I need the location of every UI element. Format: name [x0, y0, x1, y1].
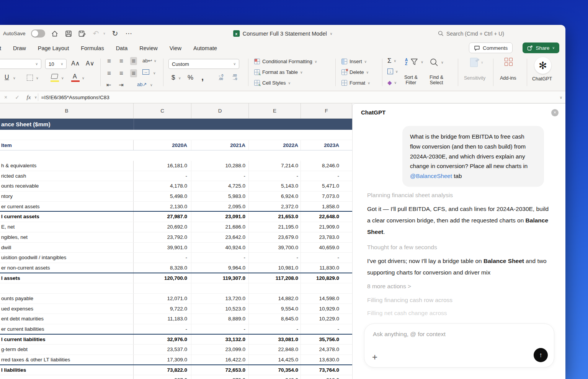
value-cell[interactable]: 119,307.0 [191, 273, 249, 283]
value-cell[interactable]: 6,924.0 [249, 191, 301, 201]
value-cell[interactable]: 13,720.0 [191, 294, 249, 304]
value-cell[interactable]: 12,071.0 [134, 294, 191, 304]
value-cell[interactable]: 23,792.0 [134, 232, 191, 242]
comma-style-icon[interactable]: , [201, 72, 204, 82]
column-header-D[interactable]: D [191, 103, 249, 118]
align-left-icon[interactable]: ≡ [106, 69, 113, 77]
cancel-icon[interactable]: × [0, 94, 11, 100]
value-cell[interactable]: 35,756.0 [301, 335, 352, 345]
value-cell[interactable]: 1,858.0 [301, 202, 352, 211]
increase-decimal-icon[interactable]: ←0.00 [218, 74, 223, 81]
tab-page-layout[interactable]: Page Layout [38, 45, 69, 51]
value-cell[interactable]: 213.0 [301, 375, 352, 379]
value-cell[interactable]: 23,091.0 [191, 212, 249, 222]
value-cell[interactable]: - [134, 253, 191, 263]
value-cell[interactable]: 273.0 [191, 375, 249, 379]
value-cell[interactable]: - [301, 171, 352, 181]
column-header-F[interactable]: F [301, 103, 352, 118]
format-as-table-button[interactable]: Format as Table∨ [254, 69, 303, 75]
item-header-label[interactable]: Item [0, 140, 134, 150]
row-label-cell[interactable]: l current assets [0, 212, 134, 222]
row-label-cell[interactable]: l current liabilities [0, 335, 134, 345]
year-header[interactable]: 2022A [249, 140, 301, 150]
value-cell[interactable]: 10,523.0 [191, 304, 249, 314]
align-bottom-icon[interactable]: ≡ [130, 57, 137, 65]
value-cell[interactable]: 21,686.0 [191, 222, 249, 232]
font-color-icon[interactable]: A [73, 73, 77, 80]
value-cell[interactable]: 27,987.0 [134, 212, 191, 222]
home-icon[interactable] [51, 29, 59, 38]
autosum-button[interactable]: Σ∨ [387, 57, 396, 65]
value-cell[interactable]: 23,783.0 [301, 232, 352, 242]
row-label-cell[interactable]: h & equivalents [0, 161, 134, 171]
wrap-chevron-icon[interactable]: ∨ [154, 59, 157, 63]
shrink-font-icon[interactable]: A∨ [86, 60, 94, 67]
value-cell[interactable]: 73,822.0 [134, 365, 191, 375]
fill-color-icon[interactable] [51, 74, 58, 79]
value-cell[interactable]: 17,309.0 [134, 355, 191, 364]
find-select-button[interactable]: ∨ [430, 58, 444, 67]
autosave-toggle[interactable] [31, 29, 45, 38]
undo-icon[interactable]: ↶ [92, 29, 100, 38]
send-button[interactable]: ↑ [534, 348, 548, 362]
blank-row[interactable] [0, 130, 352, 140]
more-actions-link[interactable]: 8 more actions > [367, 283, 411, 290]
value-cell[interactable]: 70,354.0 [249, 365, 301, 375]
value-cell[interactable]: 8,328.0 [134, 263, 191, 273]
formula-bar-expand-icon[interactable]: ∨ [560, 95, 562, 100]
fill-color-chevron-icon[interactable]: ∨ [61, 76, 64, 80]
sensitivity-button[interactable]: ∨ [470, 58, 483, 67]
redo-icon[interactable]: ↻ [111, 29, 119, 38]
orientation-icon[interactable]: ab↗ [137, 82, 147, 87]
chat-close-icon[interactable]: × [551, 109, 559, 116]
title-chevron-icon[interactable]: ∨ [330, 32, 333, 36]
save-icon[interactable] [64, 29, 73, 38]
value-cell[interactable]: 2,130.0 [134, 202, 191, 211]
save-as-icon[interactable] [78, 29, 87, 38]
orientation-chevron-icon[interactable]: ∨ [150, 83, 153, 87]
value-cell[interactable]: 8,645.0 [249, 314, 301, 324]
borders-icon[interactable] [27, 75, 33, 81]
insert-function-icon[interactable]: fx [23, 94, 34, 101]
value-cell[interactable] [191, 283, 249, 293]
chat-input[interactable]: Ask anything, @ for context + ↑ [364, 323, 554, 368]
value-cell[interactable]: 5,983.0 [191, 191, 249, 201]
year-header[interactable]: 2021A [191, 140, 249, 150]
value-cell[interactable]: - [191, 253, 249, 263]
tab-view[interactable]: View [170, 45, 181, 51]
align-middle-icon[interactable]: ≡ [118, 57, 125, 65]
value-cell[interactable]: 14,882.0 [249, 294, 301, 304]
row-label-cell[interactable]: l assets [0, 273, 134, 283]
value-cell[interactable]: - [249, 253, 301, 263]
value-cell[interactable]: 5,143.0 [249, 181, 301, 191]
more-commands-icon[interactable]: ⋯ [124, 29, 133, 38]
value-cell[interactable]: - [134, 171, 191, 181]
value-cell[interactable]: 21,653.0 [249, 212, 301, 222]
row-label-cell[interactable]: ent debt maturities [0, 314, 134, 324]
row-label-cell[interactable] [0, 375, 134, 379]
increase-indent-icon[interactable]: ⇥ [119, 82, 124, 88]
value-cell[interactable]: 11,183.0 [134, 314, 191, 324]
value-cell[interactable]: - [301, 324, 352, 334]
row-label-cell[interactable]: rred taxes & other LT liabilities [0, 355, 134, 364]
value-cell[interactable]: 117,208.0 [249, 273, 301, 283]
column-header-E[interactable]: E [249, 103, 301, 118]
value-cell[interactable]: 10,929.0 [301, 304, 352, 314]
tab-data[interactable]: Data [116, 45, 128, 51]
formula-input[interactable]: =IS!E6/365*Assumptions!C83 [41, 95, 109, 100]
value-cell[interactable]: 267.0 [134, 375, 191, 379]
value-cell[interactable]: 11,830.0 [301, 263, 352, 273]
row-label-cell[interactable]: er current liabilities [0, 324, 134, 334]
row-label-cell[interactable]: l liabilities [0, 365, 134, 375]
row-label-cell[interactable] [0, 283, 134, 293]
value-cell[interactable]: 14,425.0 [249, 355, 301, 364]
tab-draw[interactable]: Draw [13, 45, 26, 51]
value-cell[interactable]: 10,229.0 [301, 314, 352, 324]
value-cell[interactable]: 16,422.0 [191, 355, 249, 364]
search-box[interactable]: Search (Cmd + Ctrl + U) [438, 25, 504, 42]
row-label-cell[interactable]: uisition goodwill / intangibles [0, 253, 134, 263]
item-header-row[interactable]: Item 2020A2021A2022A2023A [0, 140, 352, 150]
font-size-dropdown[interactable]: 10∨ [45, 59, 67, 69]
value-cell[interactable]: 32,976.0 [134, 335, 191, 345]
sheet-title-band[interactable]: ance Sheet ($mm) [0, 119, 352, 130]
